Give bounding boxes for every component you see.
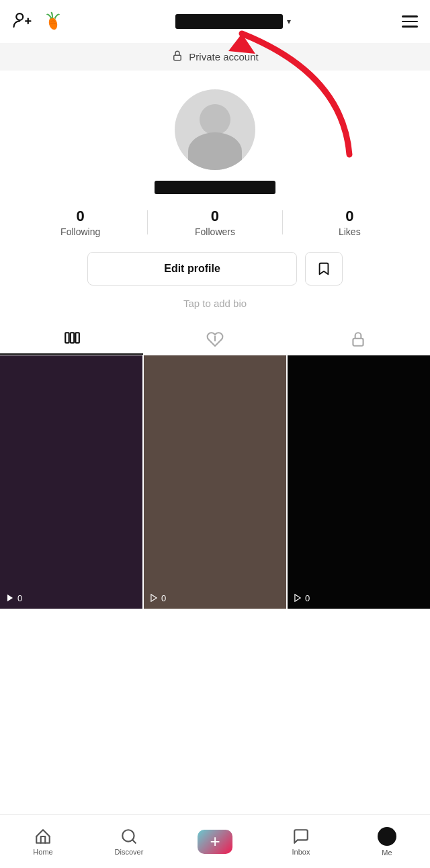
profile-username-redacted — [155, 181, 275, 194]
action-buttons: Edit profile — [87, 252, 343, 286]
svg-point-4 — [48, 17, 58, 31]
svg-rect-7 — [70, 333, 73, 343]
add-user-icon[interactable] — [12, 10, 32, 33]
edit-profile-button[interactable]: Edit profile — [87, 252, 297, 286]
home-icon — [34, 828, 52, 845]
following-stat[interactable]: 0 Following — [13, 208, 147, 237]
svg-rect-10 — [353, 339, 363, 346]
discover-label: Discover — [115, 848, 144, 856]
play-count-3: 0 — [293, 593, 310, 603]
nav-left — [12, 9, 64, 34]
followers-count: 0 — [211, 208, 219, 225]
likes-stat[interactable]: 0 Likes — [283, 208, 417, 237]
top-nav: ▾ — [0, 0, 430, 43]
profile-dot-icon — [378, 827, 396, 846]
likes-label: Likes — [339, 226, 361, 237]
username-redacted — [175, 14, 283, 29]
followers-label: Followers — [195, 226, 235, 237]
inbox-icon — [292, 828, 310, 845]
nav-discover[interactable]: Discover — [109, 828, 149, 856]
stats-row: 0 Following 0 Followers 0 Likes — [13, 208, 417, 237]
nav-create[interactable]: + — [195, 830, 235, 854]
avatar[interactable] — [175, 89, 255, 170]
nav-home[interactable]: Home — [23, 828, 63, 856]
profile-section: 0 Following 0 Followers 0 Likes Edit pro… — [0, 71, 430, 322]
profile-label: Me — [382, 849, 392, 857]
private-account-banner: Private account — [0, 43, 430, 71]
bottom-nav: Home Discover + Inbox Me — [0, 814, 430, 868]
tabs-row — [0, 322, 430, 355]
play-icon-1 — [5, 593, 15, 603]
play-count-2: 0 — [149, 593, 166, 603]
following-count: 0 — [77, 208, 85, 225]
video-thumb-2[interactable]: 0 — [144, 355, 286, 609]
home-label: Home — [33, 848, 52, 856]
tab-private[interactable] — [287, 322, 430, 355]
following-label: Following — [60, 226, 100, 237]
play-icon-3 — [293, 593, 302, 603]
svg-line-15 — [132, 840, 136, 843]
dropdown-arrow-icon[interactable]: ▾ — [287, 17, 291, 26]
heart-broken-icon — [206, 331, 224, 348]
play-icon-2 — [149, 593, 159, 603]
lock-tab-icon — [349, 331, 367, 348]
search-icon — [120, 828, 138, 845]
svg-marker-12 — [151, 595, 157, 602]
bookmark-icon — [316, 261, 331, 276]
followers-stat[interactable]: 0 Followers — [148, 208, 282, 237]
tab-videos[interactable] — [0, 322, 143, 355]
video-thumb-3[interactable]: 0 — [288, 355, 430, 609]
grid-icon — [63, 331, 81, 348]
carrot-icon[interactable] — [42, 9, 64, 34]
nav-center[interactable]: ▾ — [175, 14, 291, 29]
video-grid: 0 0 0 — [0, 355, 430, 609]
svg-marker-11 — [7, 595, 13, 602]
svg-rect-5 — [174, 55, 181, 60]
inbox-label: Inbox — [292, 848, 310, 856]
create-button[interactable]: + — [198, 830, 232, 854]
svg-point-1 — [16, 13, 23, 20]
video-thumb-1[interactable]: 0 — [0, 355, 142, 609]
play-count-1: 0 — [5, 593, 22, 603]
bio-placeholder[interactable]: Tap to add bio — [183, 298, 247, 309]
bookmark-button[interactable] — [305, 252, 343, 286]
svg-rect-6 — [65, 333, 69, 343]
hamburger-menu-icon[interactable] — [402, 15, 418, 28]
tab-liked[interactable] — [143, 322, 286, 355]
lock-icon — [171, 50, 183, 64]
svg-rect-8 — [75, 333, 79, 343]
private-account-label: Private account — [189, 51, 258, 62]
nav-profile[interactable]: Me — [367, 827, 407, 857]
svg-marker-13 — [295, 595, 300, 602]
likes-count: 0 — [345, 208, 353, 225]
nav-inbox[interactable]: Inbox — [281, 828, 321, 856]
